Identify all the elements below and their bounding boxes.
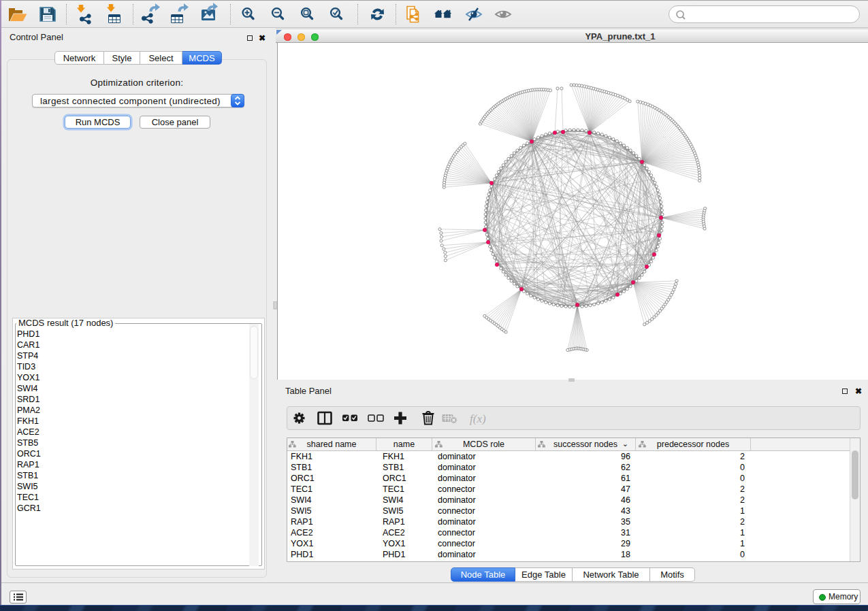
svg-text:f(x): f(x) [470, 412, 486, 425]
